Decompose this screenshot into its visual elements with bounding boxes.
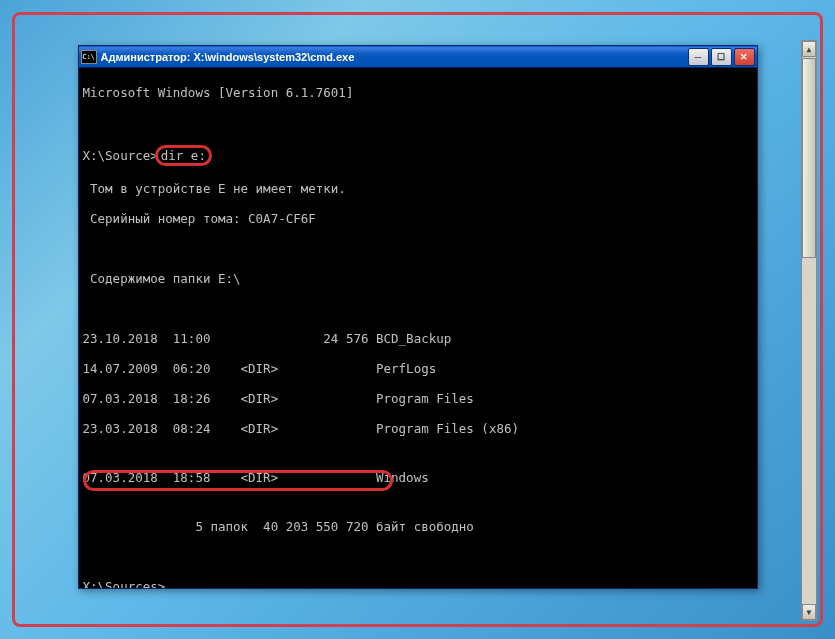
cmd-icon: C:\ (81, 50, 97, 64)
highlighted-command: dir e: (155, 145, 212, 166)
dir-row: 23.03.2018 08:24 <DIR> Program Files (x8… (83, 421, 753, 436)
dir-row: 07.03.2018 18:26 <DIR> Program Files (83, 391, 753, 406)
volume-line: Том в устройстве E не имеет метки. (83, 181, 753, 196)
blank-line (83, 301, 753, 316)
blank-line (83, 451, 753, 455)
contents-header: Содержимое папки E:\ (83, 271, 753, 286)
minimize-button[interactable]: ─ (688, 48, 709, 66)
blank-line (83, 241, 753, 256)
scroll-thumb[interactable] (802, 58, 816, 258)
dir-row: 14.07.2009 06:20 <DIR> PerfLogs (83, 361, 753, 376)
close-button[interactable]: ✕ (734, 48, 755, 66)
title-bar[interactable]: C:\ Администратор: X:\windows\system32\c… (79, 46, 757, 68)
prompt-path: X:\Source> (83, 148, 158, 163)
blank-line (83, 500, 753, 504)
prompt-line-2[interactable]: X:\Sources> (83, 579, 753, 588)
dir-row-highlighted: 07.03.2018 18:58 <DIR> Windows (83, 470, 753, 485)
summary-folders: 5 папок 40 203 550 720 байт свободно (83, 519, 753, 534)
scroll-down-button[interactable]: ▼ (802, 604, 816, 620)
serial-line: Серийный номер тома: C0A7-CF6F (83, 211, 753, 226)
terminal-output[interactable]: Microsoft Windows [Version 6.1.7601] X:\… (79, 68, 757, 588)
scroll-up-button[interactable]: ▲ (802, 41, 816, 57)
blank-line (83, 549, 753, 564)
blank-line (83, 115, 753, 130)
annotation-outer-border: C:\ Администратор: X:\windows\system32\c… (12, 12, 823, 627)
maximize-button[interactable]: ☐ (711, 48, 732, 66)
version-line: Microsoft Windows [Version 6.1.7601] (83, 85, 753, 100)
prompt-line-1: X:\Source>dir e: (83, 145, 753, 166)
scrollbar[interactable]: ▲ ▼ (801, 40, 817, 621)
prompt-2-text: X:\Sources> (83, 579, 166, 588)
cmd-window: C:\ Администратор: X:\windows\system32\c… (78, 45, 758, 589)
window-controls: ─ ☐ ✕ (688, 48, 755, 66)
window-title: Администратор: X:\windows\system32\cmd.e… (101, 51, 688, 63)
dir-row: 23.10.2018 11:00 24 576 BCD_Backup (83, 331, 753, 346)
